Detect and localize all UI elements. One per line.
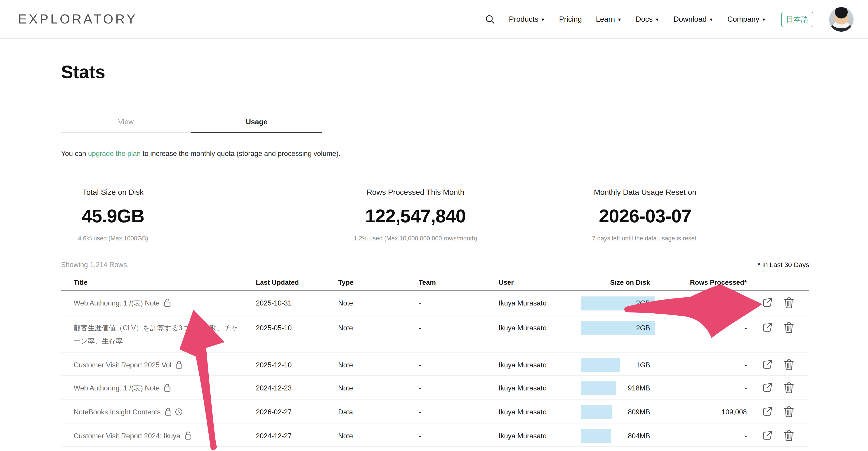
col-header-title[interactable]: Title	[61, 274, 256, 290]
chevron-down-icon: ▼	[655, 17, 659, 22]
cell-user: Ikuya Murasato	[499, 353, 581, 375]
notice-text: to increase the monthly quota (storage a…	[141, 150, 340, 157]
row-actions	[747, 315, 809, 352]
avatar[interactable]	[829, 7, 854, 31]
last-30-days-footnote: * In Last 30 Days	[758, 260, 809, 269]
cell-type: Note	[338, 423, 418, 447]
col-header-user[interactable]: User	[499, 274, 581, 290]
table-row: NoteBooks Insight Contents 2026-02-27 Da…	[61, 399, 809, 423]
open-external-button[interactable]	[762, 381, 774, 394]
col-header-rows-processed[interactable]: Rows Processed*	[650, 274, 747, 290]
nav-item-pricing[interactable]: Pricing	[559, 15, 582, 24]
size-bar	[581, 381, 616, 395]
cell-last-updated: 2025-12-10	[256, 353, 338, 375]
row-title-link[interactable]: Web Authoring: 1 /(表) Note	[74, 384, 160, 392]
nav-label: Docs	[636, 15, 653, 24]
lock-icon	[164, 383, 171, 392]
col-header-last-updated[interactable]: Last Updated	[256, 274, 338, 290]
table-row: Customer Visit Report 2025 Vol 2025-12-1…	[61, 353, 809, 376]
cell-rows-processed: -	[650, 315, 747, 352]
cell-team: -	[418, 399, 499, 423]
nav-label: Products	[509, 15, 538, 24]
usage-table: Title Last Updated Type Team User Size o…	[61, 274, 809, 447]
table-meta-row: Showing 1,214 Rows. * In Last 30 Days	[61, 260, 809, 269]
open-external-button[interactable]	[762, 321, 774, 334]
table-row: Customer Visit Report 2024: Ikuya 2024-1…	[61, 423, 809, 447]
chevron-down-icon: ▼	[540, 17, 545, 22]
search-icon[interactable]	[485, 14, 495, 24]
cell-last-updated: 2024-12-27	[256, 423, 338, 447]
tab-view[interactable]: View	[61, 111, 191, 133]
stat-value: 45.9GB	[45, 205, 181, 227]
stat-rows-processed: Rows Processed This Month 122,547,840 1.…	[318, 188, 513, 243]
cell-user: Ikuya Murasato	[499, 376, 581, 399]
nav-item-company[interactable]: Company▼	[727, 15, 766, 24]
row-title-link[interactable]: Customer Visit Report 2025 Vol	[74, 361, 171, 369]
nav-menu: Products▼ Pricing Learn▼ Docs▼ Download▼…	[485, 7, 854, 31]
page: EXPLORATORY Products▼ Pricing Learn▼ Doc…	[0, 0, 868, 451]
row-actions	[747, 291, 809, 315]
cell-size: 918MB	[628, 384, 650, 392]
exploratory-logo[interactable]: EXPLORATORY	[18, 12, 137, 27]
stat-subtext: 4.6% used (Max 1000GB)	[45, 234, 181, 243]
page-title: Stats	[61, 61, 105, 83]
table-row: Web Authoring: 1 /(表) Note 2024-12-23 No…	[61, 376, 809, 399]
nav-label: Download	[673, 15, 707, 24]
top-nav: EXPLORATORY Products▼ Pricing Learn▼ Doc…	[0, 0, 868, 39]
cell-type: Note	[338, 315, 418, 352]
stat-value: 2026-03-07	[570, 205, 720, 227]
nav-label: Learn	[596, 15, 615, 24]
notice-text: You can	[61, 150, 88, 157]
col-header-size[interactable]: Size on Disk	[581, 274, 650, 290]
row-actions	[747, 423, 809, 447]
stat-subtext: 1.2% used (Max 10,000,000,000 rows/month…	[318, 234, 513, 243]
delete-button[interactable]	[783, 358, 795, 371]
delete-button[interactable]	[783, 405, 795, 418]
stat-label: Rows Processed This Month	[318, 188, 513, 197]
row-title-link[interactable]: Customer Visit Report 2024: Ikuya	[74, 432, 180, 440]
clock-icon	[175, 408, 183, 416]
open-external-button[interactable]	[762, 296, 774, 309]
cell-rows-processed: 109,008	[650, 399, 747, 423]
cell-type: Note	[338, 376, 418, 399]
language-toggle-button[interactable]: 日本語	[781, 11, 813, 27]
stat-label: Total Size on Disk	[45, 188, 181, 197]
lock-open-icon	[184, 431, 192, 440]
quota-notice: You can upgrade the plan to increase the…	[61, 149, 340, 158]
upgrade-plan-link[interactable]: upgrade the plan	[88, 150, 141, 157]
cell-size: 809MB	[628, 408, 650, 416]
cell-user: Ikuya Murasato	[499, 315, 581, 352]
row-title-link[interactable]: Web Authoring: 1 /(表) Note	[74, 299, 160, 307]
row-actions	[747, 399, 809, 423]
col-header-type[interactable]: Type	[338, 274, 418, 290]
cell-user: Ikuya Murasato	[499, 291, 581, 315]
delete-button[interactable]	[783, 321, 795, 334]
open-external-button[interactable]	[762, 429, 774, 442]
cell-team: -	[418, 353, 499, 375]
cell-size: 2GB	[636, 299, 650, 307]
lock-icon	[164, 407, 172, 416]
row-title-link[interactable]: NoteBooks Insight Contents	[74, 408, 160, 416]
chevron-down-icon: ▼	[762, 17, 766, 22]
table-row: Web Authoring: 1 /(表) Note 2025-10-31 No…	[61, 291, 809, 315]
nav-label: Pricing	[559, 15, 582, 24]
stat-value: 122,547,840	[318, 205, 513, 227]
delete-button[interactable]	[783, 296, 795, 309]
nav-item-products[interactable]: Products▼	[509, 15, 545, 24]
open-external-button[interactable]	[762, 405, 774, 418]
nav-item-learn[interactable]: Learn▼	[596, 15, 622, 24]
cell-type: Note	[338, 353, 418, 375]
col-header-team[interactable]: Team	[418, 274, 499, 290]
tab-usage[interactable]: Usage	[191, 111, 322, 133]
delete-button[interactable]	[783, 381, 795, 394]
nav-item-download[interactable]: Download▼	[673, 15, 713, 24]
delete-button[interactable]	[783, 429, 795, 442]
chevron-down-icon: ▼	[617, 17, 622, 22]
cell-last-updated: 2025-05-10	[256, 315, 338, 352]
size-bar	[581, 358, 620, 373]
nav-item-docs[interactable]: Docs▼	[636, 15, 659, 24]
col-header-actions	[747, 274, 809, 290]
open-external-button[interactable]	[762, 358, 774, 371]
cell-last-updated: 2025-10-31	[256, 291, 338, 315]
row-title-link[interactable]: 顧客生涯価値（CLV）を計算する3つ方法 - 勘、チャーン率、生存率	[74, 324, 238, 345]
